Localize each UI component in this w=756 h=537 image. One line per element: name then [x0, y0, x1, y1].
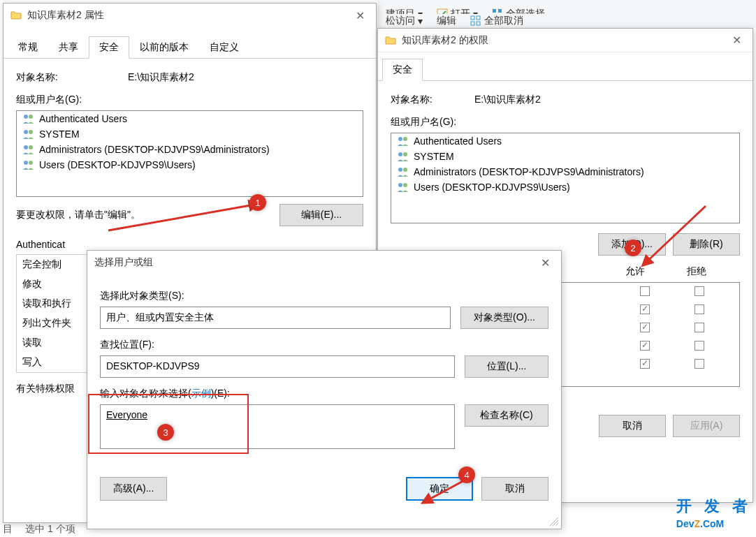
object-types-button[interactable]: 对象类型(O)... — [460, 307, 548, 329]
tab-custom[interactable]: 自定义 — [199, 36, 249, 59]
object-name-label: 对象名称: — [16, 71, 128, 84]
list-item[interactable]: SYSTEM — [391, 149, 739, 164]
names-label: 输入对象名称来选择(示例)(E): — [100, 388, 548, 400]
cancel-button[interactable]: 取消 — [481, 477, 548, 501]
svg-point-21 — [398, 168, 402, 172]
svg-rect-8 — [477, 22, 480, 25]
svg-point-13 — [24, 145, 28, 149]
ribbon-fragment-row2: 松访问 ▾ 编辑 全部取消 — [377, 14, 756, 28]
users-icon — [22, 159, 35, 170]
type-value: 用户、组或内置安全主体 — [100, 307, 451, 329]
users-icon — [397, 135, 409, 147]
deny-checkbox[interactable] — [695, 323, 704, 332]
properties-tabs: 常规 共享 安全 以前的版本 自定义 — [3, 36, 376, 59]
users-icon — [22, 113, 35, 124]
callout-4: 4 — [458, 466, 475, 483]
close-icon[interactable]: ✕ — [536, 253, 554, 272]
svg-rect-7 — [471, 22, 474, 25]
ribbon-easy-access[interactable]: 松访问 ▾ — [386, 14, 423, 28]
svg-point-24 — [403, 183, 407, 187]
close-icon[interactable]: ✕ — [351, 6, 369, 24]
location-label: 查找位置(F): — [100, 339, 548, 351]
edit-hint: 要更改权限，请单击"编辑"。 — [16, 209, 140, 221]
tab-general[interactable]: 常规 — [8, 36, 48, 59]
properties-title: 知识库素材2 属性 — [27, 9, 345, 22]
svg-point-20 — [403, 152, 407, 156]
resize-grip-icon[interactable] — [548, 516, 558, 526]
edit-button[interactable]: 编辑(E)... — [279, 204, 363, 226]
users-icon — [397, 166, 409, 177]
location-value: DESKTOP-KDJVPS9 — [100, 355, 455, 378]
object-name-value: E:\知识库素材2 — [128, 71, 194, 84]
svg-point-14 — [29, 145, 33, 149]
remove-button[interactable]: 删除(R) — [673, 233, 740, 256]
watermark: 开 发 者 DevZ.CoM — [676, 498, 752, 530]
svg-point-18 — [403, 137, 407, 141]
svg-rect-2 — [498, 9, 502, 13]
tab-security[interactable]: 安全 — [89, 36, 129, 59]
apply-button[interactable]: 应用(A) — [673, 415, 740, 437]
svg-point-11 — [24, 130, 28, 134]
svg-rect-1 — [493, 9, 496, 13]
example-link[interactable]: 示例 — [191, 388, 211, 399]
deny-checkbox[interactable] — [695, 286, 704, 296]
svg-point-22 — [403, 168, 407, 172]
permissions-titlebar: 知识库素材2 的权限 ✕ — [378, 29, 753, 52]
object-name-value: E:\知识库素材2 — [474, 94, 541, 106]
users-icon — [22, 128, 35, 140]
users-listbox[interactable]: Authenticated Users SYSTEM Administrator… — [16, 110, 363, 197]
ribbon-edit[interactable]: 编辑 — [437, 14, 456, 28]
list-item[interactable]: SYSTEM — [17, 126, 363, 142]
svg-rect-6 — [477, 16, 480, 20]
deny-checkbox[interactable] — [695, 304, 704, 314]
callout-2: 2 — [625, 240, 641, 256]
close-icon[interactable]: ✕ — [727, 31, 746, 50]
names-input[interactable]: Everyone — [100, 404, 455, 449]
svg-line-27 — [555, 523, 558, 526]
list-item[interactable]: Authenticated Users — [17, 111, 363, 126]
deny-checkbox[interactable] — [695, 359, 704, 369]
list-item[interactable]: Administrators (DESKTOP-KDJVPS9\Administ… — [17, 142, 363, 157]
tab-previous[interactable]: 以前的版本 — [129, 36, 199, 59]
tab-security[interactable]: 安全 — [382, 59, 423, 81]
cancel-button[interactable]: 取消 — [599, 415, 666, 437]
object-name-label: 对象名称: — [391, 94, 474, 106]
svg-point-15 — [24, 161, 28, 165]
folder-icon — [385, 35, 396, 46]
svg-line-26 — [553, 520, 558, 526]
svg-point-19 — [398, 152, 402, 156]
deny-checkbox[interactable] — [695, 341, 704, 351]
perm-for-label: Authenticat — [16, 239, 363, 250]
col-allow: 允许 — [625, 265, 645, 278]
properties-titlebar: 知识库素材2 属性 ✕ — [3, 3, 376, 27]
callout-1: 1 — [249, 194, 266, 211]
group-label: 组或用户名(G): — [16, 94, 363, 106]
col-deny: 拒绝 — [687, 265, 706, 278]
svg-point-17 — [398, 137, 402, 141]
advanced-button[interactable]: 高级(A)... — [100, 477, 167, 501]
callout-3: 3 — [157, 424, 174, 441]
type-label: 选择此对象类型(S): — [100, 290, 548, 302]
permissions-title: 知识库素材2 的权限 — [402, 34, 722, 47]
locations-button[interactable]: 位置(L)... — [465, 355, 548, 378]
svg-point-10 — [29, 115, 33, 119]
allow-checkbox[interactable] — [640, 359, 650, 369]
svg-point-12 — [29, 130, 33, 134]
list-item[interactable]: Users (DESKTOP-KDJVPS9\Users) — [391, 179, 739, 195]
svg-point-23 — [398, 183, 402, 187]
users-listbox[interactable]: Authenticated Users SYSTEM Administrator… — [391, 133, 740, 223]
svg-point-16 — [29, 161, 33, 165]
users-icon — [397, 182, 409, 193]
list-item[interactable]: Authenticated Users — [391, 133, 739, 149]
allow-checkbox[interactable] — [640, 323, 650, 332]
list-item[interactable]: Administrators (DESKTOP-KDJVPS9\Administ… — [391, 164, 739, 179]
check-names-button[interactable]: 检查名称(C) — [465, 404, 548, 427]
ribbon-deselect-all[interactable]: 全部取消 — [470, 14, 523, 28]
allow-checkbox[interactable] — [640, 304, 650, 314]
tab-share[interactable]: 共享 — [48, 36, 89, 59]
users-icon — [22, 144, 35, 155]
allow-checkbox[interactable] — [640, 341, 650, 351]
allow-checkbox[interactable] — [640, 286, 650, 296]
list-item[interactable]: Users (DESKTOP-KDJVPS9\Users) — [17, 157, 363, 172]
users-icon — [397, 151, 409, 162]
